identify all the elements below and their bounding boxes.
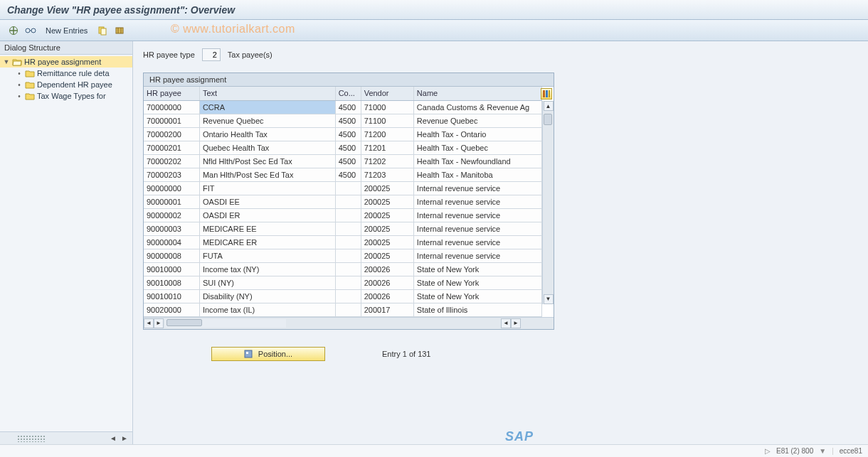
table-cell[interactable]: 200026 [361,262,413,276]
table-cell[interactable]: FIT [199,181,335,195]
tree-item[interactable]: ▼HR payee assignment [0,56,132,68]
table-cell[interactable]: SUI (NY) [199,276,335,289]
hscroll-track-left[interactable] [165,319,286,328]
table-cell[interactable] [335,235,361,249]
table-cell[interactable] [335,303,361,316]
table-row[interactable]: 70000203Man Hlth/Post Sec Ed Tax45007120… [144,168,542,181]
tree-item[interactable]: •Tax Wage Types for [0,90,132,102]
scroll-track[interactable] [543,111,554,294]
table-cell[interactable]: Ontario Health Tax [199,127,335,141]
table-cell[interactable]: Internal revenue service [413,195,541,208]
tree-item[interactable]: •Remittance rule deta [0,68,132,79]
drag-handle[interactable] [17,435,46,442]
table-cell[interactable] [335,181,361,195]
table-row[interactable]: 90000008FUTA200025Internal revenue servi… [144,249,542,262]
table-cell[interactable] [335,276,361,289]
table-cell[interactable]: 71100 [361,114,413,127]
table-row[interactable]: 90000004MEDICARE ER200025Internal revenu… [144,235,542,249]
hscroll-right-icon[interactable]: ► [154,318,164,328]
table-cell[interactable]: 200026 [361,276,413,289]
table-row[interactable]: 90000003MEDICARE EE200025Internal revenu… [144,222,542,235]
table-row[interactable]: 90010000Income tax (NY)200026State of Ne… [144,262,542,276]
table-cell[interactable]: 70000200 [144,127,199,141]
table-row[interactable]: 90000002OASDI ER200025Internal revenue s… [144,208,542,222]
payee-type-input[interactable] [202,48,221,61]
table-cell[interactable]: 4500 [335,141,361,154]
status-dropdown-icon[interactable]: ▼ [819,447,826,455]
table-cell[interactable]: 90010010 [144,289,199,303]
table-cell[interactable]: Income tax (IL) [199,303,335,316]
table-cell[interactable]: 90000000 [144,181,199,195]
status-nav-icon[interactable]: ▷ [765,447,771,455]
scroll-down-icon[interactable]: ▼ [544,294,554,304]
table-cell[interactable]: OASDI EE [199,195,335,208]
table-cell[interactable]: 200025 [361,222,413,235]
table-cell[interactable]: 70000201 [144,141,199,154]
table-cell[interactable]: 4500 [335,100,361,114]
hscroll-right2-icon[interactable]: ► [511,318,521,328]
table-cell[interactable]: Income tax (NY) [199,262,335,276]
glasses-icon[interactable] [24,24,37,37]
vertical-scrollbar[interactable]: ▲ ▼ [542,101,554,304]
table-cell[interactable]: 90020000 [144,303,199,316]
nav-left-icon[interactable]: ◄ [108,434,118,443]
table-cell[interactable]: 70000202 [144,154,199,168]
table-row[interactable]: 70000202Nfld Hlth/Post Sec Ed Tax4500712… [144,154,542,168]
table-cell[interactable]: 70000000 [144,100,199,114]
position-button[interactable]: Position... [211,347,325,361]
table-cell[interactable]: 4500 [335,154,361,168]
col-hr-payee[interactable]: HR payee [144,87,199,100]
table-row[interactable]: 90020000Income tax (IL)200017State of Il… [144,303,542,316]
table-cell[interactable]: 70000001 [144,114,199,127]
configure-columns-icon[interactable] [541,88,552,100]
table-cell[interactable] [335,195,361,208]
table-cell[interactable]: 4500 [335,114,361,127]
hscroll-left-icon[interactable]: ◄ [144,318,154,328]
table-cell[interactable]: 90010000 [144,262,199,276]
table-cell[interactable]: Internal revenue service [413,249,541,262]
col-co[interactable]: Co... [335,87,361,100]
table-cell[interactable]: Health Tax - Manitoba [413,168,541,181]
table-cell[interactable]: Revenue Quebec [413,114,541,127]
table-cell[interactable]: MEDICARE ER [199,235,335,249]
table-row[interactable]: 70000000CCRA450071000Canada Customs & Re… [144,100,542,114]
table-cell[interactable]: Health Tax - Newfoundland [413,154,541,168]
toggle-icon[interactable] [7,24,20,37]
table-cell[interactable]: 200025 [361,208,413,222]
copy-icon[interactable] [96,24,109,37]
col-vendor[interactable]: Vendor [361,87,413,100]
table-cell[interactable]: 90000002 [144,208,199,222]
new-entries-button[interactable]: New Entries [41,25,92,36]
table-cell[interactable]: 90000004 [144,235,199,249]
table-cell[interactable]: 90000001 [144,195,199,208]
col-name[interactable]: Name [413,87,541,100]
table-cell[interactable] [335,208,361,222]
table-cell[interactable]: 90000008 [144,249,199,262]
hscroll-thumb[interactable] [166,319,202,326]
nav-right-icon[interactable]: ► [120,434,129,443]
table-cell[interactable]: State of New York [413,262,541,276]
table-cell[interactable]: 71203 [361,168,413,181]
table-cell[interactable]: 90000003 [144,222,199,235]
table-cell[interactable]: 90010008 [144,276,199,289]
table-cell[interactable]: Internal revenue service [413,235,541,249]
table-cell[interactable]: 71202 [361,154,413,168]
table-cell[interactable]: Revenue Quebec [199,114,335,127]
tree-item[interactable]: •Dependent HR payee [0,79,132,90]
table-cell[interactable]: 71201 [361,141,413,154]
table-cell[interactable] [335,289,361,303]
table-cell[interactable]: FUTA [199,249,335,262]
table-cell[interactable]: State of New York [413,276,541,289]
table-cell[interactable]: 71200 [361,127,413,141]
table-cell[interactable] [335,249,361,262]
table-cell[interactable]: 4500 [335,168,361,181]
table-row[interactable]: 70000201Quebec Health Tax450071201Health… [144,141,542,154]
table-cell[interactable]: Health Tax - Quebec [413,141,541,154]
table-cell[interactable]: 71000 [361,100,413,114]
table-cell[interactable]: Quebec Health Tax [199,141,335,154]
delimit-icon[interactable] [113,24,126,37]
table-cell[interactable]: Internal revenue service [413,222,541,235]
table-cell[interactable]: CCRA [199,100,335,114]
table-cell[interactable]: 200026 [361,289,413,303]
col-text[interactable]: Text [199,87,335,100]
